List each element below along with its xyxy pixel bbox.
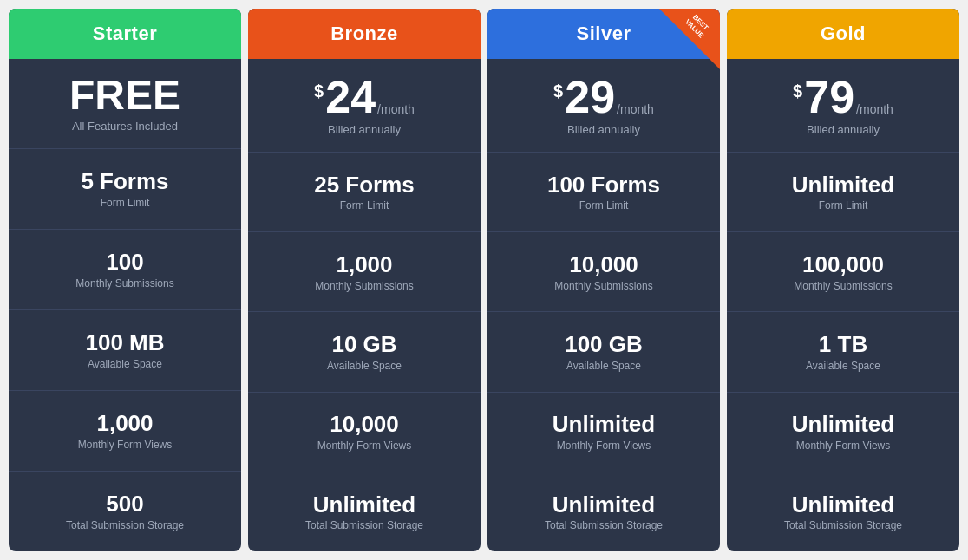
feature-value: 10 GB (331, 332, 396, 357)
feature-label: Total Submission Storage (545, 519, 663, 531)
feature-value: 1 TB (819, 332, 867, 357)
price-period: /month (856, 102, 893, 120)
feature-value: 100 (106, 250, 143, 275)
plan-header-starter: Starter (9, 9, 241, 59)
plan-feature-silver-1: 10,000Monthly Submissions (487, 232, 720, 312)
plan-feature-starter-4: 500Total Submission Storage (9, 472, 241, 551)
plan-feature-gold-0: UnlimitedForm Limit (727, 153, 959, 232)
feature-value: 5 Forms (81, 169, 168, 194)
best-value-badge: BEST VALUE (659, 9, 720, 69)
plan-header-bronze: Bronze (248, 9, 481, 59)
feature-label: Monthly Submissions (75, 277, 173, 290)
feature-label: Monthly Submissions (554, 280, 652, 292)
plan-feature-gold-1: 100,000Monthly Submissions (727, 232, 959, 312)
price-amount-row-gold: $79/month (736, 75, 951, 120)
feature-label: Total Submission Storage (305, 519, 423, 531)
plan-title-gold: Gold (741, 23, 945, 45)
plan-feature-starter-2: 100 MBAvailable Space (9, 310, 241, 391)
feature-label: Total Submission Storage (66, 519, 184, 531)
feature-label: Monthly Form Views (557, 440, 651, 452)
feature-value: 10,000 (330, 412, 399, 437)
plan-feature-silver-3: UnlimitedMonthly Form Views (487, 393, 720, 472)
feature-label: Available Space (327, 360, 402, 372)
price-dollar-sign: $ (314, 81, 324, 101)
price-number: 24 (325, 75, 376, 120)
feature-label: Monthly Form Views (78, 439, 172, 451)
plan-feature-bronze-2: 10 GBAvailable Space (248, 312, 481, 392)
plan-price-section-bronze: $24/monthBilled annually (248, 59, 481, 153)
plan-feature-starter-0: 5 FormsForm Limit (9, 149, 241, 230)
plan-card-silver[interactable]: BEST VALUESilver$29/monthBilled annually… (487, 9, 720, 551)
price-free-label: FREE (17, 75, 232, 116)
price-dollar-sign: $ (553, 81, 563, 101)
plan-header-gold: Gold (727, 9, 959, 59)
price-subtitle-starter: All Features Included (17, 120, 232, 133)
plan-card-gold[interactable]: Gold$79/monthBilled annuallyUnlimitedFor… (727, 9, 959, 551)
feature-label: Form Limit (101, 197, 150, 209)
feature-label: Available Space (566, 360, 641, 372)
feature-value: 10,000 (569, 252, 638, 277)
price-subtitle-bronze: Billed annually (257, 123, 472, 136)
plan-card-bronze[interactable]: Bronze$24/monthBilled annually25 FormsFo… (248, 9, 481, 551)
price-dollar-sign: $ (793, 81, 802, 101)
price-subtitle-gold: Billed annually (736, 123, 951, 136)
feature-value: 500 (106, 492, 143, 517)
feature-label: Total Submission Storage (784, 519, 902, 531)
feature-value: 100 GB (565, 332, 643, 357)
price-number: 79 (804, 75, 854, 120)
feature-value: Unlimited (792, 412, 894, 437)
feature-value: 100 MB (85, 330, 164, 355)
plan-price-section-starter: FREEAll Features Included (9, 59, 241, 149)
plan-title-bronze: Bronze (262, 23, 467, 45)
feature-label: Form Limit (579, 199, 629, 212)
plan-feature-silver-2: 100 GBAvailable Space (487, 312, 720, 392)
feature-label: Form Limit (819, 199, 868, 212)
feature-value: 25 Forms (314, 173, 415, 198)
price-period: /month (377, 102, 415, 120)
feature-value: Unlimited (553, 412, 655, 437)
feature-value: Unlimited (792, 173, 894, 198)
feature-value: Unlimited (792, 492, 894, 518)
plan-feature-starter-3: 1,000Monthly Form Views (9, 391, 241, 472)
plan-feature-starter-1: 100Monthly Submissions (9, 230, 241, 310)
price-number: 29 (565, 75, 615, 120)
feature-value: 1,000 (96, 411, 153, 436)
plan-title-starter: Starter (23, 23, 227, 45)
feature-label: Available Space (806, 360, 880, 372)
price-amount-row-silver: $29/month (496, 75, 711, 120)
feature-label: Available Space (88, 358, 162, 370)
feature-label: Monthly Form Views (317, 440, 411, 452)
plan-price-section-silver: $29/monthBilled annually (487, 59, 720, 153)
feature-value: 1,000 (336, 252, 392, 277)
plan-feature-gold-3: UnlimitedMonthly Form Views (727, 393, 959, 472)
pricing-container: StarterFREEAll Features Included5 FormsF… (0, 0, 968, 560)
plan-feature-gold-4: UnlimitedTotal Submission Storage (727, 472, 959, 551)
plan-feature-bronze-0: 25 FormsForm Limit (248, 153, 481, 232)
price-amount-row-bronze: $24/month (257, 75, 472, 120)
feature-label: Monthly Submissions (315, 280, 413, 292)
price-period: /month (617, 102, 654, 120)
plan-feature-bronze-3: 10,000Monthly Form Views (248, 393, 481, 472)
feature-label: Form Limit (340, 199, 389, 212)
plan-feature-bronze-4: UnlimitedTotal Submission Storage (248, 472, 481, 551)
feature-value: Unlimited (553, 492, 655, 518)
best-value-text: BEST VALUE (677, 9, 718, 46)
feature-label: Monthly Form Views (796, 440, 890, 452)
plan-feature-silver-4: UnlimitedTotal Submission Storage (487, 472, 720, 551)
feature-value: Unlimited (313, 492, 415, 518)
feature-value: 100 Forms (547, 173, 660, 198)
plan-price-section-gold: $79/monthBilled annually (727, 59, 959, 153)
feature-label: Monthly Submissions (794, 280, 892, 292)
plan-feature-silver-0: 100 FormsForm Limit (487, 153, 720, 232)
feature-value: 100,000 (802, 252, 884, 277)
price-subtitle-silver: Billed annually (496, 123, 711, 136)
plan-feature-gold-2: 1 TBAvailable Space (727, 312, 959, 392)
plan-card-starter[interactable]: StarterFREEAll Features Included5 FormsF… (9, 9, 241, 551)
plan-feature-bronze-1: 1,000Monthly Submissions (248, 232, 481, 312)
